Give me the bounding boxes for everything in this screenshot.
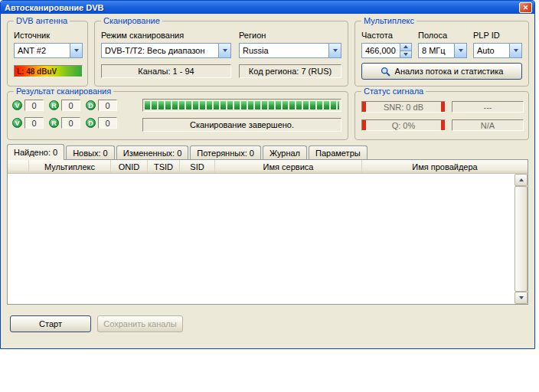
scan-mode-value: DVB-T/T2: Весь диапазон <box>102 44 218 57</box>
tab-lost-label: Потерянных: 0 <box>197 149 254 158</box>
indicator-r1-icon: R <box>49 100 59 110</box>
scan-status-text: Сканирование завершено. <box>190 120 294 129</box>
region-value: Russia <box>240 44 328 57</box>
scan-mode-select[interactable]: DVB-T/T2: Весь диапазон <box>101 43 231 58</box>
channel-list-body[interactable] <box>8 174 514 304</box>
analyze-stream-label: Анализ потока и статистика <box>395 67 504 76</box>
indicator-d2-value: 0 <box>98 117 117 129</box>
group-scan-result: Результат сканирования V 0 R 0 D 0 V 0 R… <box>7 91 348 140</box>
spin-down-icon[interactable] <box>400 51 411 58</box>
tab-new[interactable]: Новых: 0 <box>66 145 115 159</box>
scroll-down-icon[interactable] <box>514 292 528 304</box>
frequency-label: Частота <box>361 31 393 40</box>
bandwidth-label: Полоса <box>418 31 447 40</box>
signal-level-meter: L: 48 dBuV <box>14 65 83 77</box>
antenna-source-select[interactable]: ANT #2 <box>14 43 83 58</box>
channel-list-header: Мультиплекс ONID TSID SID Имя сервиса Им… <box>8 160 528 174</box>
chevron-down-icon <box>70 44 82 57</box>
column-header-sid[interactable]: SID <box>180 160 215 173</box>
scan-mode-label: Режим сканирования <box>101 31 184 40</box>
tab-found[interactable]: Найдено: 0 <box>7 144 64 160</box>
snr-label: SNR: 0 dB <box>366 102 441 112</box>
group-scanning: Сканирование Режим сканирования DVB-T/T2… <box>94 21 348 87</box>
window-title: Автосканирование DVB <box>5 3 519 12</box>
plp-id-select[interactable]: Auto <box>473 43 522 58</box>
indicator-d1-icon: D <box>86 100 96 110</box>
signal-level-text: L: 48 dBuV <box>17 67 57 76</box>
region-label: Регион <box>239 31 266 40</box>
save-channels-button[interactable]: Сохранить каналы <box>97 315 183 332</box>
region-code-status: Код региона: 7 (RUS) <box>239 64 341 78</box>
group-dvb-antenna-title: DVB антенна <box>14 16 70 25</box>
tab-found-label: Найдено: 0 <box>14 148 57 157</box>
channels-range-status: Каналы: 1 - 94 <box>101 64 231 78</box>
snr-value-box: --- <box>452 101 524 113</box>
indicator-r2-icon: R <box>49 118 59 128</box>
frequency-spin-buttons <box>400 44 411 57</box>
chevron-down-icon <box>509 44 521 57</box>
bandwidth-value: 8 МГц <box>419 44 454 57</box>
indicator-r1-value: 0 <box>61 100 80 111</box>
plp-id-label: PLP ID <box>473 31 500 40</box>
close-icon[interactable]: ✕ <box>519 2 532 13</box>
indicator-r2-value: 0 <box>61 117 80 129</box>
antenna-source-value: ANT #2 <box>15 44 70 57</box>
scan-progress-bar <box>142 99 341 112</box>
snr-gauge-right-mark <box>441 102 445 112</box>
region-select[interactable]: Russia <box>239 43 341 58</box>
tab-parameters-label: Параметры <box>315 149 361 158</box>
frequency-value: 466,000 <box>362 44 400 57</box>
snr-value: --- <box>484 103 492 112</box>
channel-list-panel: Мультиплекс ONID TSID SID Имя сервиса Им… <box>7 159 528 305</box>
quality-label: Q: 0% <box>366 120 441 130</box>
group-scanning-title: Сканирование <box>101 16 162 25</box>
source-label: Источник <box>14 31 50 40</box>
group-signal-status-title: Статус сигнала <box>361 87 426 96</box>
magnifier-icon <box>381 67 390 77</box>
autoscan-dialog: Автосканирование DVB ✕ DVB антенна Источ… <box>0 0 535 349</box>
indicator-v1-value: 0 <box>24 100 44 111</box>
tab-log-label: Журнал <box>270 149 300 158</box>
column-header-check[interactable] <box>8 160 29 173</box>
group-multiplex-title: Мультиплекс <box>361 16 416 25</box>
group-signal-status: Статус сигнала SNR: 0 dB --- Q: 0% N/A <box>354 91 529 140</box>
bandwidth-select[interactable]: 8 МГц <box>418 43 467 58</box>
titlebar[interactable]: Автосканирование DVB ✕ <box>1 1 534 14</box>
start-button-label: Старт <box>39 319 62 328</box>
scrollbar-thumb[interactable] <box>514 186 528 292</box>
save-channels-label: Сохранить каналы <box>103 319 176 328</box>
indicator-v2-value: 0 <box>24 117 44 129</box>
tab-log[interactable]: Журнал <box>263 145 307 159</box>
tab-changed-label: Измененных: 0 <box>123 149 182 158</box>
group-scan-result-title: Результат сканирования <box>14 87 113 96</box>
frequency-stepper[interactable]: 466,000 <box>361 43 412 58</box>
column-header-tsid[interactable]: TSID <box>148 160 180 173</box>
indicator-d1-value: 0 <box>98 100 117 111</box>
scroll-up-icon[interactable] <box>514 174 528 186</box>
column-header-service-name[interactable]: Имя сервиса <box>215 160 362 173</box>
column-header-provider-name[interactable]: Имя провайдера <box>362 160 528 173</box>
tab-changed[interactable]: Измененных: 0 <box>116 145 189 159</box>
indicator-v2-icon: V <box>12 118 22 128</box>
chevron-down-icon <box>328 44 341 57</box>
group-dvb-antenna: DVB антенна Источник ANT #2 L: 48 dBuV <box>7 21 88 87</box>
vertical-scrollbar[interactable] <box>514 174 528 304</box>
quality-value-box: N/A <box>452 119 524 131</box>
analyze-stream-button[interactable]: Анализ потока и статистика <box>361 63 522 80</box>
channels-range-text: Каналы: 1 - 94 <box>138 67 194 76</box>
group-multiplex: Мультиплекс Частота 466,000 Полоса 8 МГц… <box>354 21 529 87</box>
progress-fill <box>145 101 339 109</box>
start-button[interactable]: Старт <box>10 315 91 332</box>
indicator-v1-icon: V <box>12 100 22 110</box>
spin-up-icon[interactable] <box>400 44 411 51</box>
region-code-text: Код региона: 7 (RUS) <box>249 67 332 76</box>
snr-gauge: SNR: 0 dB <box>361 101 446 113</box>
scan-status-box: Сканирование завершено. <box>142 118 341 132</box>
tab-parameters[interactable]: Параметры <box>309 145 368 159</box>
quality-gauge: Q: 0% <box>361 119 446 131</box>
column-header-multiplex[interactable]: Мультиплекс <box>29 160 111 173</box>
tab-lost[interactable]: Потерянных: 0 <box>190 145 261 159</box>
result-tabs: Найдено: 0 Новых: 0 Измененных: 0 Потеря… <box>7 144 369 159</box>
quality-value: N/A <box>481 121 495 130</box>
column-header-onid[interactable]: ONID <box>111 160 148 173</box>
